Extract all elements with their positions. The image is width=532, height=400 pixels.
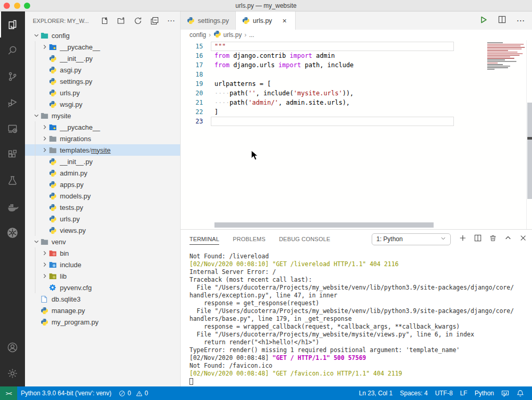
line-number: 19 bbox=[181, 79, 203, 89]
python-interpreter-status[interactable]: Python 3.9.0 64-bit ('venv': venv) bbox=[17, 390, 115, 397]
search-icon[interactable] bbox=[0, 38, 25, 64]
scrollbar-thumb[interactable] bbox=[527, 103, 532, 199]
tree-item-include[interactable]: include bbox=[25, 259, 180, 270]
account-icon[interactable] bbox=[0, 334, 25, 360]
split-editor-icon[interactable] bbox=[498, 16, 506, 26]
tree-item-venv[interactable]: venv bbox=[25, 236, 180, 247]
new-folder-icon[interactable] bbox=[117, 16, 126, 26]
tree-item-manage-py[interactable]: manage.py bbox=[25, 305, 180, 316]
chevron-icon[interactable] bbox=[41, 146, 49, 154]
indentation-status[interactable]: Spaces: 4 bbox=[396, 390, 431, 397]
line-number: 20 bbox=[181, 89, 203, 98]
source-control-icon[interactable] bbox=[0, 64, 25, 90]
maximize-panel-icon[interactable] bbox=[504, 234, 512, 244]
test-explorer-icon[interactable] bbox=[0, 168, 25, 194]
problems-status[interactable]: 0 0 bbox=[115, 390, 151, 397]
breadcrumb-config[interactable]: config bbox=[189, 31, 206, 39]
chevron-icon[interactable] bbox=[41, 272, 49, 280]
chevron-icon[interactable] bbox=[41, 260, 49, 269]
tab-problems[interactable]: PROBLEMS bbox=[233, 234, 265, 244]
terminal-select[interactable]: 1: Python bbox=[372, 233, 451, 245]
remote-explorer-icon[interactable] bbox=[0, 116, 25, 142]
notifications-bell-icon[interactable] bbox=[513, 390, 528, 397]
refresh-icon[interactable] bbox=[133, 16, 143, 26]
new-terminal-icon[interactable] bbox=[459, 234, 466, 244]
editor-horizontal-scrollbar[interactable] bbox=[211, 222, 484, 228]
breadcrumb-symbol[interactable]: ... bbox=[249, 31, 254, 39]
tree-item-mysite[interactable]: mysite bbox=[25, 110, 180, 121]
tree-item-label: models.py bbox=[59, 192, 91, 200]
tree-item-my-program-py[interactable]: my_program.py bbox=[25, 316, 180, 328]
tab-urls-py[interactable]: urls.py × bbox=[236, 11, 296, 30]
terminal-output[interactable]: Not Found: /livereload[02/Nov/2020 00:08… bbox=[181, 248, 532, 385]
terminal-line: response = wrapped_callback(request, *ca… bbox=[189, 323, 532, 331]
tree-item--pycache-[interactable]: __pycache__ bbox=[25, 41, 180, 53]
close-panel-icon[interactable] bbox=[520, 234, 527, 244]
collapse-all-icon[interactable] bbox=[150, 16, 159, 26]
more-actions-icon[interactable]: ⋯ bbox=[167, 16, 176, 26]
editor-vertical-scrollbar[interactable] bbox=[526, 40, 532, 229]
indent-guide bbox=[35, 41, 35, 53]
chevron-icon[interactable] bbox=[41, 134, 49, 143]
encoding-status[interactable]: UTF-8 bbox=[432, 390, 457, 397]
chevron-icon[interactable] bbox=[32, 111, 41, 120]
run-python-file-icon[interactable] bbox=[479, 16, 488, 26]
tree-item--pycache-[interactable]: __pycache__ bbox=[25, 121, 180, 133]
explorer-sidebar: EXPLORER: MY_W... ⋯ config__pycache____i… bbox=[25, 11, 181, 386]
eol-status[interactable]: LF bbox=[457, 390, 471, 397]
new-file-icon[interactable] bbox=[100, 16, 109, 26]
tree-item-migrations[interactable]: migrations bbox=[25, 133, 180, 144]
feedback-icon[interactable] bbox=[498, 390, 513, 397]
kubernetes-icon[interactable] bbox=[0, 220, 25, 246]
split-terminal-icon[interactable] bbox=[474, 234, 482, 244]
tree-item-asgi-py[interactable]: asgi.py bbox=[25, 64, 180, 76]
tree-item-label: my_program.py bbox=[51, 318, 98, 326]
tab-debug-console[interactable]: DEBUG CONSOLE bbox=[279, 234, 331, 244]
python-file-icon bbox=[242, 17, 250, 25]
chevron-icon[interactable] bbox=[41, 43, 49, 51]
tree-item--init-py[interactable]: __init__.py bbox=[25, 53, 180, 64]
tree-item-admin-py[interactable]: admin.py bbox=[25, 167, 180, 179]
breadcrumb-file[interactable]: urls.py bbox=[213, 30, 242, 40]
settings-gear-icon[interactable] bbox=[0, 360, 25, 386]
remote-indicator[interactable]: >< bbox=[0, 386, 17, 400]
chevron-icon[interactable] bbox=[32, 238, 41, 246]
tree-item-db-sqlite3[interactable]: db.sqlite3 bbox=[25, 293, 180, 305]
tree-item-label: urls.py bbox=[59, 215, 80, 223]
chevron-icon[interactable] bbox=[32, 31, 41, 40]
tree-item-urls-py[interactable]: urls.py bbox=[25, 87, 180, 98]
line-number: 15 bbox=[181, 42, 203, 51]
more-editor-actions-icon[interactable]: ⋯ bbox=[516, 16, 525, 26]
tree-item-tests-py[interactable]: tests.py bbox=[25, 202, 180, 213]
tree-item-urls-py[interactable]: urls.py bbox=[25, 213, 180, 224]
extensions-icon[interactable] bbox=[0, 142, 25, 168]
overview-ruler-mark bbox=[527, 137, 532, 140]
kill-terminal-icon[interactable] bbox=[489, 234, 497, 244]
tree-item-views-py[interactable]: views.py bbox=[25, 224, 180, 236]
run-debug-icon[interactable] bbox=[0, 90, 25, 116]
tree-item--init-py[interactable]: __init__.py bbox=[25, 156, 180, 167]
tree-item-apps-py[interactable]: apps.py bbox=[25, 179, 180, 190]
tree-item-templates[interactable]: templates / mysite bbox=[25, 144, 180, 156]
tree-item-bin[interactable]: bin bbox=[25, 247, 180, 259]
indent-guide bbox=[35, 282, 35, 293]
cursor-position-status[interactable]: Ln 23, Col 1 bbox=[356, 390, 397, 397]
code-editor[interactable]: 15"""16from django.contrib import admin1… bbox=[181, 40, 532, 229]
tab-terminal[interactable]: TERMINAL bbox=[189, 234, 219, 245]
tree-item-wsgi-py[interactable]: wsgi.py bbox=[25, 98, 180, 110]
tree-item-config[interactable]: config bbox=[25, 30, 180, 41]
tree-item-pyvenv-cfg[interactable]: pyvenv.cfg bbox=[25, 282, 180, 293]
tree-item-models-py[interactable]: models.py bbox=[25, 190, 180, 202]
explorer-icon[interactable] bbox=[0, 11, 25, 38]
minimap[interactable] bbox=[485, 42, 526, 72]
scrollbar-thumb[interactable] bbox=[214, 222, 434, 228]
chevron-icon[interactable] bbox=[41, 249, 49, 257]
docker-icon[interactable] bbox=[0, 194, 25, 220]
tree-item-lib[interactable]: lib bbox=[25, 270, 180, 282]
close-tab-icon[interactable]: × bbox=[281, 17, 289, 25]
tree-item-settings-py[interactable]: settings.py bbox=[25, 76, 180, 87]
file-icon bbox=[41, 295, 51, 303]
language-mode-status[interactable]: Python bbox=[471, 390, 498, 397]
tab-settings-py[interactable]: settings.py bbox=[181, 11, 236, 30]
chevron-icon[interactable] bbox=[41, 123, 49, 131]
